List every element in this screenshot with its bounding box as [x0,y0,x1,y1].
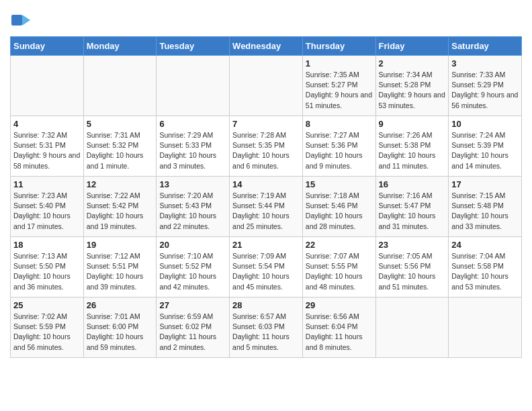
week-row-4: 18Sunrise: 7:13 AM Sunset: 5:50 PM Dayli… [11,237,522,298]
day-info: Sunrise: 7:35 AM Sunset: 5:27 PM Dayligh… [306,70,373,111]
day-number: 3 [451,58,519,68]
calendar-table: SundayMondayTuesdayWednesdayThursdayFrid… [10,36,522,358]
day-info: Sunrise: 6:57 AM Sunset: 6:03 PM Dayligh… [232,312,300,353]
week-row-2: 4Sunrise: 7:32 AM Sunset: 5:31 PM Daylig… [11,116,522,177]
col-header-friday: Friday [375,37,449,56]
day-number: 10 [451,119,519,129]
day-info: Sunrise: 7:20 AM Sunset: 5:43 PM Dayligh… [159,191,226,232]
day-number: 9 [379,119,446,129]
day-info: Sunrise: 7:02 AM Sunset: 5:59 PM Dayligh… [13,312,81,353]
day-cell: 1Sunrise: 7:35 AM Sunset: 5:27 PM Daylig… [302,56,375,116]
day-cell: 4Sunrise: 7:32 AM Sunset: 5:31 PM Daylig… [11,116,84,177]
day-cell: 22Sunrise: 7:07 AM Sunset: 5:55 PM Dayli… [302,237,375,298]
col-header-thursday: Thursday [302,37,375,56]
day-cell [375,298,449,358]
day-cell: 6Sunrise: 7:29 AM Sunset: 5:33 PM Daylig… [157,116,230,177]
day-number: 26 [87,300,154,310]
day-info: Sunrise: 7:10 AM Sunset: 5:52 PM Dayligh… [159,251,226,292]
day-cell: 28Sunrise: 6:57 AM Sunset: 6:03 PM Dayli… [230,298,303,358]
day-info: Sunrise: 7:04 AM Sunset: 5:58 PM Dayligh… [451,251,519,292]
day-info: Sunrise: 7:18 AM Sunset: 5:46 PM Dayligh… [306,191,373,232]
day-number: 23 [379,240,446,250]
day-number: 1 [306,58,373,68]
day-cell: 24Sunrise: 7:04 AM Sunset: 5:58 PM Dayli… [449,237,522,298]
day-cell: 19Sunrise: 7:12 AM Sunset: 5:51 PM Dayli… [83,237,157,298]
day-number: 6 [159,119,226,129]
col-header-monday: Monday [83,37,157,56]
day-cell: 17Sunrise: 7:15 AM Sunset: 5:48 PM Dayli… [449,177,522,237]
day-number: 14 [232,179,300,189]
col-header-sunday: Sunday [11,37,84,56]
day-info: Sunrise: 7:27 AM Sunset: 5:36 PM Dayligh… [306,130,373,171]
day-number: 4 [13,119,81,129]
day-number: 27 [159,300,226,310]
day-info: Sunrise: 6:56 AM Sunset: 6:04 PM Dayligh… [306,312,373,353]
day-cell [83,56,157,116]
day-number: 24 [451,240,519,250]
day-cell: 18Sunrise: 7:13 AM Sunset: 5:50 PM Dayli… [11,237,84,298]
col-header-wednesday: Wednesday [230,37,303,56]
day-cell: 15Sunrise: 7:18 AM Sunset: 5:46 PM Dayli… [302,177,375,237]
day-info: Sunrise: 7:32 AM Sunset: 5:31 PM Dayligh… [13,130,81,171]
day-info: Sunrise: 7:23 AM Sunset: 5:40 PM Dayligh… [13,191,81,232]
svg-rect-0 [11,15,22,26]
day-info: Sunrise: 7:07 AM Sunset: 5:55 PM Dayligh… [306,251,373,292]
day-info: Sunrise: 7:09 AM Sunset: 5:54 PM Dayligh… [232,251,300,292]
day-cell [449,298,522,358]
day-info: Sunrise: 7:05 AM Sunset: 5:56 PM Dayligh… [379,251,446,292]
day-number: 25 [13,300,81,310]
day-cell: 7Sunrise: 7:28 AM Sunset: 5:35 PM Daylig… [230,116,303,177]
day-number: 17 [451,179,519,189]
day-cell: 25Sunrise: 7:02 AM Sunset: 5:59 PM Dayli… [11,298,84,358]
col-header-saturday: Saturday [449,37,522,56]
day-cell [230,56,303,116]
header [10,7,522,31]
day-number: 20 [159,240,226,250]
day-cell: 5Sunrise: 7:31 AM Sunset: 5:32 PM Daylig… [83,116,157,177]
day-number: 7 [232,119,300,129]
day-info: Sunrise: 7:31 AM Sunset: 5:32 PM Dayligh… [87,130,154,171]
day-number: 19 [87,240,154,250]
day-number: 5 [87,119,154,129]
day-cell: 26Sunrise: 7:01 AM Sunset: 6:00 PM Dayli… [83,298,157,358]
day-cell: 14Sunrise: 7:19 AM Sunset: 5:44 PM Dayli… [230,177,303,237]
week-row-3: 11Sunrise: 7:23 AM Sunset: 5:40 PM Dayli… [11,177,522,237]
day-info: Sunrise: 7:22 AM Sunset: 5:42 PM Dayligh… [87,191,154,232]
day-info: Sunrise: 7:12 AM Sunset: 5:51 PM Dayligh… [87,251,154,292]
day-info: Sunrise: 7:15 AM Sunset: 5:48 PM Dayligh… [451,191,519,232]
day-cell: 20Sunrise: 7:10 AM Sunset: 5:52 PM Dayli… [157,237,230,298]
day-cell: 2Sunrise: 7:34 AM Sunset: 5:28 PM Daylig… [375,56,449,116]
day-number: 16 [379,179,446,189]
day-cell: 10Sunrise: 7:24 AM Sunset: 5:39 PM Dayli… [449,116,522,177]
day-number: 21 [232,240,300,250]
day-cell: 8Sunrise: 7:27 AM Sunset: 5:36 PM Daylig… [302,116,375,177]
week-row-1: 1Sunrise: 7:35 AM Sunset: 5:27 PM Daylig… [11,56,522,116]
day-number: 29 [306,300,373,310]
day-info: Sunrise: 7:34 AM Sunset: 5:28 PM Dayligh… [379,70,446,111]
day-info: Sunrise: 7:01 AM Sunset: 6:00 PM Dayligh… [87,312,154,353]
logo-icon [10,9,32,31]
day-info: Sunrise: 7:24 AM Sunset: 5:39 PM Dayligh… [451,130,519,171]
day-cell: 3Sunrise: 7:33 AM Sunset: 5:29 PM Daylig… [449,56,522,116]
day-cell: 23Sunrise: 7:05 AM Sunset: 5:56 PM Dayli… [375,237,449,298]
logo [10,9,33,31]
day-number: 28 [232,300,300,310]
col-header-tuesday: Tuesday [157,37,230,56]
day-cell: 9Sunrise: 7:26 AM Sunset: 5:38 PM Daylig… [375,116,449,177]
day-cell: 29Sunrise: 6:56 AM Sunset: 6:04 PM Dayli… [302,298,375,358]
day-number: 13 [159,179,226,189]
day-info: Sunrise: 6:59 AM Sunset: 6:02 PM Dayligh… [159,312,226,353]
day-cell: 11Sunrise: 7:23 AM Sunset: 5:40 PM Dayli… [11,177,84,237]
day-number: 15 [306,179,373,189]
day-number: 11 [13,179,81,189]
day-number: 22 [306,240,373,250]
day-cell [157,56,230,116]
day-cell: 16Sunrise: 7:16 AM Sunset: 5:47 PM Dayli… [375,177,449,237]
day-info: Sunrise: 7:33 AM Sunset: 5:29 PM Dayligh… [451,70,519,111]
day-cell: 27Sunrise: 6:59 AM Sunset: 6:02 PM Dayli… [157,298,230,358]
day-cell: 12Sunrise: 7:22 AM Sunset: 5:42 PM Dayli… [83,177,157,237]
day-number: 18 [13,240,81,250]
day-info: Sunrise: 7:13 AM Sunset: 5:50 PM Dayligh… [13,251,81,292]
day-info: Sunrise: 7:29 AM Sunset: 5:33 PM Dayligh… [159,130,226,171]
day-info: Sunrise: 7:26 AM Sunset: 5:38 PM Dayligh… [379,130,446,171]
